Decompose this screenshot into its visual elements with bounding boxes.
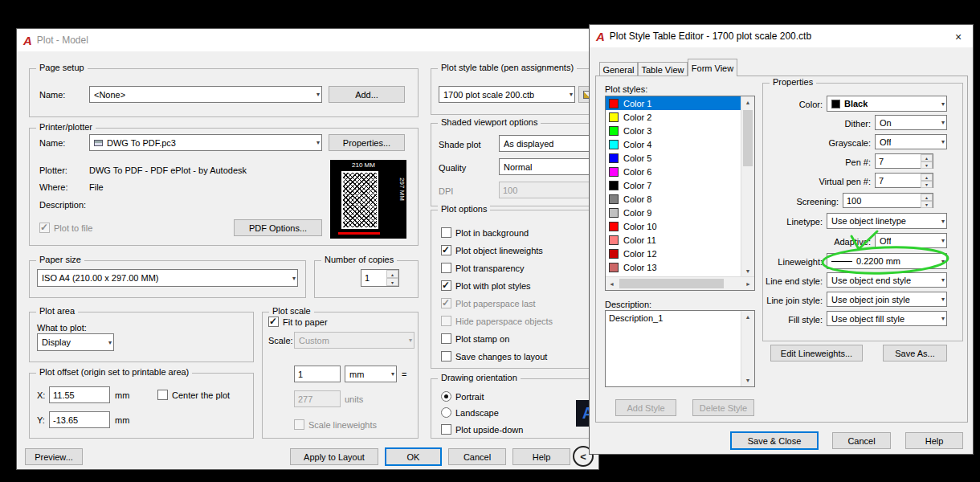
spin-down-icon[interactable]: ▾ xyxy=(386,278,398,286)
printer-icon xyxy=(94,140,103,146)
preview-button[interactable]: Preview... xyxy=(25,448,83,465)
prop-adaptive-combo[interactable]: Off ▾ xyxy=(875,233,947,248)
prop-pen-label: Pen #: xyxy=(722,157,871,168)
editor-cancel-button[interactable]: Cancel xyxy=(832,432,891,449)
tab-general[interactable]: General xyxy=(599,62,638,76)
plot-style-item[interactable]: Color 5 xyxy=(606,151,741,165)
plot-to-file-checkbox[interactable]: Plot to file xyxy=(39,222,92,234)
add-style-button[interactable]: Add Style xyxy=(615,399,676,416)
radio-circle xyxy=(441,407,451,418)
prop-fill-style-combo[interactable]: Use object fill style ▾ xyxy=(827,311,947,326)
close-icon[interactable]: × xyxy=(949,30,968,44)
scale-unit-combo[interactable]: mm ▾ xyxy=(345,366,397,382)
prop-pen-spinner[interactable]: 7 ▴ ▾ xyxy=(875,153,933,169)
help-button[interactable]: Help xyxy=(512,448,570,465)
scale-combo[interactable]: Custom ▾ xyxy=(294,332,414,349)
spin-down-icon[interactable]: ▾ xyxy=(921,201,933,208)
properties-button[interactable]: Properties... xyxy=(329,134,405,151)
spin-up-icon[interactable]: ▴ xyxy=(386,270,398,278)
prop-lineweight-combo[interactable]: 0.2200 mm ▾ xyxy=(827,253,947,269)
properties-group-label: Properties xyxy=(770,77,816,87)
style-editor-titlebar[interactable]: A Plot Style Table Editor - 1700 plot sc… xyxy=(590,25,973,47)
tab-table-view[interactable]: Table View xyxy=(638,62,688,76)
autocad-icon: A xyxy=(596,30,605,43)
edit-lineweights-button[interactable]: Edit Lineweights... xyxy=(770,345,863,362)
plot-style-item[interactable]: Color 3 xyxy=(606,124,741,137)
plot-style-item[interactable]: Color 2 xyxy=(606,110,741,124)
plot-style-item[interactable]: Color 11 xyxy=(606,233,741,247)
chevron-down-icon: ▾ xyxy=(105,339,112,346)
color-swatch-icon xyxy=(609,222,619,231)
spin-up-icon[interactable]: ▴ xyxy=(921,154,933,161)
prop-line-end-label: Line end style: xyxy=(690,276,823,287)
cancel-button[interactable]: Cancel xyxy=(448,448,506,465)
prop-grayscale-combo[interactable]: Off ▾ xyxy=(875,134,947,149)
spin-up-icon[interactable]: ▴ xyxy=(921,174,933,181)
plot-option-checkbox[interactable]: Plot paperspace last xyxy=(441,297,553,309)
shade-plot-combo[interactable]: As displayed ▾ xyxy=(499,135,597,152)
ok-button[interactable]: OK xyxy=(385,447,442,466)
plot-style-name: Color 13 xyxy=(623,263,657,272)
apply-to-layout-button[interactable]: Apply to Layout xyxy=(290,448,378,465)
prop-dither-label: Dither: xyxy=(722,118,871,129)
save-and-close-button[interactable]: Save & Close xyxy=(730,431,819,450)
editor-help-button[interactable]: Help xyxy=(905,432,963,449)
offset-y-input[interactable]: -13.65 xyxy=(49,411,110,428)
what-to-plot-combo[interactable]: Display ▾ xyxy=(37,333,114,351)
plot-option-checkbox[interactable]: Plot object lineweights xyxy=(441,244,553,256)
style-table-combo[interactable]: 1700 plot scale 200.ctb ▾ xyxy=(439,86,575,103)
printer-name-combo[interactable]: DWG To PDF.pc3 ▾ xyxy=(89,134,322,151)
plot-option-checkbox[interactable]: Plot with plot styles xyxy=(441,280,553,292)
spin-down-icon[interactable]: ▾ xyxy=(921,181,933,188)
plot-style-item[interactable]: Color 4 xyxy=(606,137,741,151)
plot-option-checkbox[interactable]: Plot transparency xyxy=(441,262,553,274)
prop-line-join-combo[interactable]: Use object join style ▾ xyxy=(827,292,947,307)
prop-dither-combo[interactable]: On ▾ xyxy=(875,115,947,130)
plot-option-checkbox[interactable]: Hide paperspace objects xyxy=(441,315,553,327)
page-setup-name-combo[interactable]: <None> ▾ xyxy=(89,86,322,103)
prop-screening-spinner[interactable]: 100 ▴ ▾ xyxy=(843,193,933,208)
offset-y-unit: mm xyxy=(115,415,129,426)
paper-preview: 210 MM 297 MM xyxy=(330,160,406,239)
delete-style-button[interactable]: Delete Style xyxy=(692,399,754,416)
scale-units-label: units xyxy=(345,394,363,405)
color-swatch-icon xyxy=(609,153,619,163)
add-button[interactable]: Add... xyxy=(329,86,405,103)
offset-x-input[interactable]: 11.55 xyxy=(49,386,110,403)
pdf-options-button[interactable]: PDF Options... xyxy=(234,219,322,236)
scroll-down-icon[interactable]: ▼ xyxy=(741,374,754,386)
plot-option-checkbox[interactable]: Plot in background xyxy=(441,227,553,239)
offset-y-label: Y: xyxy=(37,415,45,426)
scale-lineweights-checkbox[interactable]: Scale lineweights xyxy=(294,419,377,431)
prop-line-join-label: Line join style: xyxy=(690,295,823,306)
prop-line-end-combo[interactable]: Use object end style ▾ xyxy=(827,272,947,288)
landscape-radio[interactable]: Landscape xyxy=(441,406,499,419)
plot-option-checkbox[interactable]: Plot stamp on xyxy=(441,333,553,345)
scale-denominator-input[interactable]: 277 xyxy=(294,390,341,407)
spin-down-icon[interactable]: ▾ xyxy=(921,161,933,169)
plot-style-item[interactable]: Color 7 xyxy=(606,178,741,192)
save-as-button[interactable]: Save As... xyxy=(883,345,947,362)
dpi-input[interactable]: 100 xyxy=(499,182,597,198)
prop-color-combo[interactable]: Black ▾ xyxy=(827,96,947,112)
scale-numerator-input[interactable]: 1 xyxy=(294,366,341,382)
quality-combo[interactable]: Normal ▾ xyxy=(499,158,597,175)
scroll-left-icon[interactable]: ◄ xyxy=(606,277,618,290)
copies-group-label: Number of copies xyxy=(321,255,397,264)
plot-option-checkbox[interactable]: Save changes to layout xyxy=(441,350,553,362)
plot-style-item[interactable]: Color 6 xyxy=(606,165,741,178)
color-swatch-icon xyxy=(609,181,619,190)
upside-down-checkbox[interactable]: Plot upside-down xyxy=(441,423,523,435)
center-plot-checkbox[interactable]: Center the plot xyxy=(157,389,230,401)
tab-form-view[interactable]: Form View xyxy=(688,59,737,76)
copies-spinner[interactable]: 1 ▴ ▾ xyxy=(361,269,399,287)
prop-linetype-combo[interactable]: Use object linetype ▾ xyxy=(827,213,947,229)
prop-virtual-pen-spinner[interactable]: 7 ▴ ▾ xyxy=(875,173,933,188)
paper-size-combo[interactable]: ISO A4 (210.00 x 297.00 MM) ▾ xyxy=(37,269,298,287)
plot-dialog-titlebar[interactable]: A Plot - Model xyxy=(17,29,598,51)
fit-to-paper-checkbox[interactable]: Fit to paper xyxy=(268,316,328,328)
chevron-down-icon: ▾ xyxy=(313,91,320,98)
plot-style-name: Color 5 xyxy=(623,153,651,163)
spin-up-icon[interactable]: ▴ xyxy=(921,194,933,201)
portrait-radio[interactable]: Portrait xyxy=(441,390,484,402)
